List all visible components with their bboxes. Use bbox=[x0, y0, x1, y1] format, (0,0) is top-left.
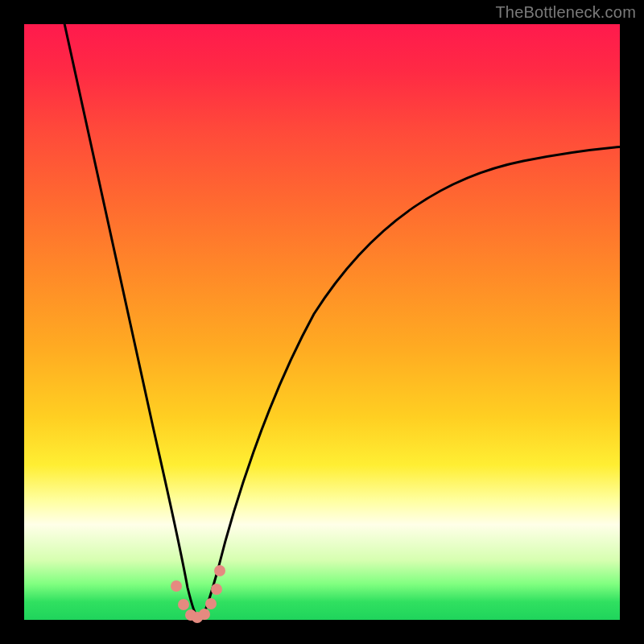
highlight-dot bbox=[178, 599, 189, 610]
highlight-dots-group bbox=[24, 24, 620, 620]
highlight-dot bbox=[214, 565, 225, 576]
highlight-dot bbox=[205, 598, 217, 609]
highlight-dot bbox=[199, 609, 210, 620]
highlight-dot bbox=[211, 584, 222, 595]
highlight-dot bbox=[171, 580, 182, 592]
chart-frame: TheBottleneck.com bbox=[0, 0, 644, 644]
watermark-text: TheBottleneck.com bbox=[495, 3, 636, 22]
plot-area bbox=[24, 24, 620, 620]
